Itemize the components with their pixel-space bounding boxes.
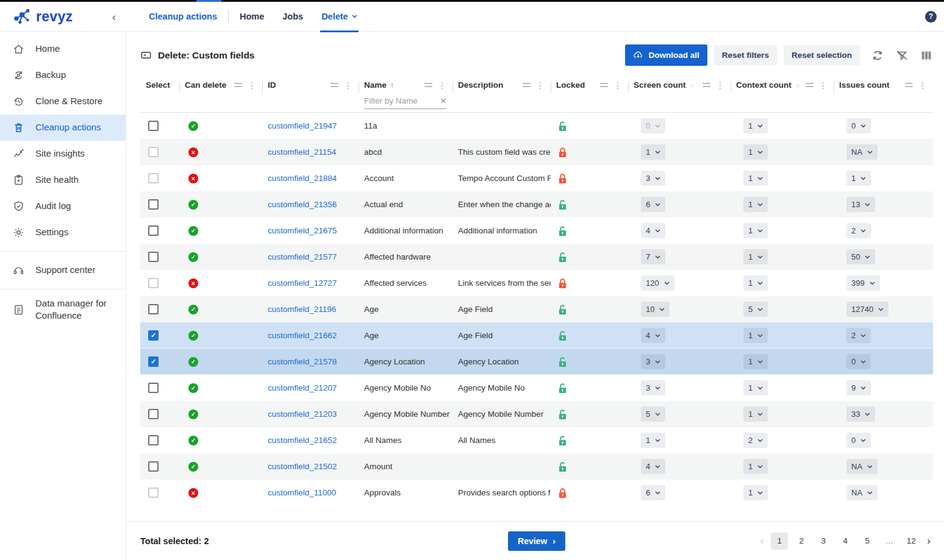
custom-field-id-link[interactable]: customfield_11000 [268,488,336,497]
context-count-dropdown[interactable]: 1 [743,275,768,291]
custom-field-id-link[interactable]: customfield_21662 [268,331,337,340]
custom-field-id-link[interactable]: customfield_21675 [268,226,337,235]
column-filter-icon[interactable] [234,83,242,87]
row-checkbox[interactable] [148,383,159,393]
row-checkbox[interactable]: ✓ [148,356,159,367]
row-checkbox[interactable] [148,487,159,498]
reset-selection-button[interactable]: Reset selection [784,45,860,65]
column-filter-icon[interactable] [424,83,432,87]
sidebar-item-cleanup-actions[interactable]: Cleanup actions [0,115,126,141]
nav-item-home[interactable]: Home [238,2,265,32]
screen-count-dropdown[interactable]: 3 [641,380,665,395]
columns-icon[interactable] [920,49,933,62]
row-checkbox[interactable] [148,252,159,262]
issues-count-dropdown[interactable]: 50 [846,249,875,264]
row-checkbox[interactable] [148,461,159,472]
issues-count-dropdown[interactable]: 13 [846,197,875,212]
sidebar-item-clone-restore[interactable]: Clone & Restore [0,88,126,115]
column-header-screen-count[interactable]: Screen count ↑↓ ⋮ [628,75,731,93]
clear-filter-icon[interactable]: × [438,96,446,106]
breadcrumb[interactable]: Cleanup actions [149,12,217,21]
issues-count-dropdown[interactable]: 2 [846,223,871,238]
context-count-dropdown[interactable]: 1 [743,328,768,343]
sidebar-item-site-insights[interactable]: Site insights [0,141,126,167]
row-checkbox[interactable] [148,435,159,445]
name-filter-input[interactable] [364,96,438,105]
nav-item-jobs[interactable]: Jobs [281,2,304,32]
issues-count-dropdown[interactable]: NA [846,485,878,500]
issues-count-dropdown[interactable]: 0 [846,118,871,133]
column-menu-icon[interactable]: ⋮ [819,81,828,90]
column-menu-icon[interactable]: ⋮ [918,81,927,90]
refresh-icon[interactable] [871,49,884,62]
custom-field-id-link[interactable]: customfield_21207 [268,383,337,392]
pagination-page-2[interactable]: 2 [793,533,810,550]
issues-count-dropdown[interactable]: NA [846,459,878,474]
screen-count-dropdown[interactable]: 3 [641,171,665,186]
row-checkbox[interactable] [148,409,159,419]
screen-count-dropdown[interactable]: 7 [641,249,665,264]
pagination-next-icon[interactable]: › [924,535,933,547]
sidebar-item-support-center[interactable]: Support center [0,257,126,283]
column-filter-icon[interactable] [331,83,338,87]
screen-count-dropdown[interactable]: 4 [641,328,665,343]
custom-field-id-link[interactable]: customfield_21154 [268,147,336,157]
help-icon[interactable]: ? [925,11,937,23]
pagination-page-4[interactable]: 4 [837,533,854,550]
context-count-dropdown[interactable]: 1 [743,171,768,186]
context-count-dropdown[interactable]: 1 [743,249,768,264]
review-button[interactable]: Review › [508,531,565,551]
row-checkbox[interactable] [148,173,159,183]
column-menu-icon[interactable]: ⋮ [344,81,352,90]
column-menu-icon[interactable]: ⋮ [248,81,256,90]
screen-count-dropdown[interactable]: 120 [641,275,674,291]
context-count-dropdown[interactable]: 1 [743,144,768,160]
column-filter-icon[interactable] [806,83,813,87]
column-header-context-count[interactable]: Context count ↑↓ ⋮ [731,75,834,93]
context-count-dropdown[interactable]: 2 [743,433,768,448]
custom-field-id-link[interactable]: customfield_21652 [268,436,337,445]
context-count-dropdown[interactable]: 1 [743,485,768,500]
custom-field-id-link[interactable]: customfield_21502 [268,462,337,471]
row-checkbox[interactable] [148,199,159,210]
nav-item-delete[interactable]: Delete [320,2,359,32]
filter-off-icon[interactable] [895,49,909,62]
column-menu-icon[interactable]: ⋮ [613,81,622,90]
pagination-page-1[interactable]: 1 [771,533,788,550]
issues-count-dropdown[interactable]: 0 [846,433,871,448]
sidebar-item-home[interactable]: Home [0,36,126,62]
issues-count-dropdown[interactable]: 2 [846,328,871,343]
column-menu-icon[interactable]: ⋮ [716,81,724,90]
context-count-dropdown[interactable]: 1 [743,406,768,422]
custom-field-id-link[interactable]: customfield_21947 [268,121,337,130]
issues-count-dropdown[interactable]: 12740 [846,302,889,317]
screen-count-dropdown[interactable]: 6 [641,485,665,500]
context-count-dropdown[interactable]: 1 [743,197,768,212]
sidebar-item-backup[interactable]: Backup [0,62,126,88]
issues-count-dropdown[interactable]: 399 [846,275,880,291]
screen-count-dropdown[interactable]: 5 [641,406,665,422]
pagination-page-3[interactable]: 3 [815,533,832,550]
column-filter-icon[interactable] [600,83,608,87]
sidebar-item-settings[interactable]: Settings [0,219,126,246]
custom-field-id-link[interactable]: customfield_21203 [268,409,337,419]
sidebar-item-site-health[interactable]: Site health [0,167,126,193]
column-menu-icon[interactable]: ⋮ [536,81,545,90]
custom-field-id-link[interactable]: customfield_21577 [268,252,337,261]
screen-count-dropdown[interactable]: 1 [641,433,665,448]
screen-count-dropdown[interactable]: 4 [641,459,665,474]
custom-field-id-link[interactable]: customfield_21196 [268,305,336,314]
column-filter-icon[interactable] [905,83,913,87]
sidebar-item-data-manager-for-confluence[interactable]: Data manager for Confluence [0,295,126,325]
issues-count-dropdown[interactable]: 9 [846,380,871,395]
issues-count-dropdown[interactable]: 1 [846,171,871,186]
screen-count-dropdown[interactable]: 6 [641,197,665,212]
context-count-dropdown[interactable]: 5 [743,302,768,317]
sidebar-item-audit-log[interactable]: Audit log [0,193,126,219]
screen-count-dropdown[interactable]: 3 [641,354,665,369]
row-checkbox[interactable] [148,147,159,157]
context-count-dropdown[interactable]: 1 [743,459,768,474]
column-filter-icon[interactable] [523,83,531,87]
screen-count-dropdown[interactable]: 10 [641,302,670,317]
sidebar-collapse-button[interactable]: ‹ [112,11,116,23]
